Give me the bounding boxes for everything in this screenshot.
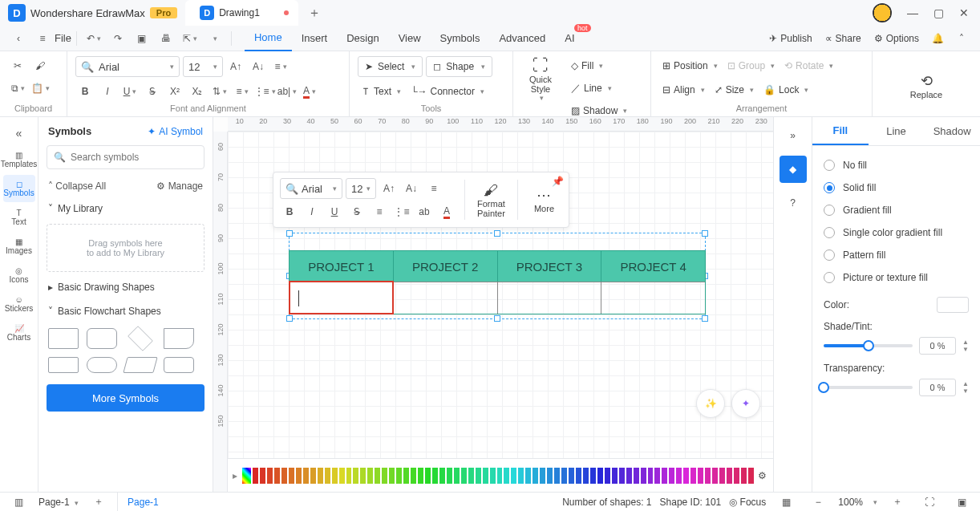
transp-slider[interactable] <box>824 386 913 389</box>
group-dropdown[interactable]: ⊡ Group▾ <box>724 56 778 75</box>
palette-swatch[interactable] <box>389 468 395 484</box>
ft-align[interactable]: ≡ <box>424 179 443 198</box>
palette-swatch[interactable] <box>525 468 531 484</box>
rail-templates[interactable]: ▥Templates <box>3 146 35 173</box>
options-dropdown[interactable]: ▾ <box>205 30 223 47</box>
palette-swatch[interactable] <box>676 468 682 484</box>
my-library-dropzone[interactable]: Drag symbols hereto add to My Library <box>47 224 205 272</box>
tab-shadow[interactable]: Shadow <box>924 117 980 145</box>
palette-swatch[interactable] <box>332 468 338 484</box>
transp-up[interactable]: ▲ <box>962 380 969 387</box>
fill-single-gradient[interactable]: Single color gradient fill <box>824 221 969 244</box>
options-button[interactable]: ⚙Options <box>874 33 919 44</box>
focus-button[interactable]: ◎ Focus <box>729 497 766 508</box>
palette-swatch[interactable] <box>267 468 273 484</box>
sel-handle-sw[interactable] <box>286 315 293 322</box>
table-header-cell[interactable]: PROJECT 4 <box>601 251 705 282</box>
palette-swatch[interactable] <box>360 468 366 484</box>
document-tab[interactable]: D Drawing1 <box>185 0 298 26</box>
strike-button[interactable]: S̶ <box>143 82 162 101</box>
palette-swatch[interactable] <box>597 468 603 484</box>
palette-swatch[interactable] <box>346 468 352 484</box>
shape-tool[interactable]: ◻ Shape▾ <box>426 56 492 77</box>
palette-swatch[interactable] <box>260 468 265 484</box>
transp-down[interactable]: ▼ <box>962 387 969 395</box>
palette-swatch[interactable] <box>396 468 402 484</box>
text-tool[interactable]: Ｔ Text▾ <box>358 82 404 101</box>
ai-assist-button[interactable]: ✦ <box>731 389 760 418</box>
fill-solid[interactable]: Solid fill <box>824 176 969 199</box>
shape-diamond[interactable] <box>128 326 153 351</box>
ft-underline[interactable]: U <box>325 202 344 221</box>
palette-toggle[interactable]: ▸ <box>233 470 237 481</box>
rail-text[interactable]: TText <box>3 204 35 231</box>
palette-swatch[interactable] <box>612 468 618 484</box>
sel-handle-n[interactable] <box>494 230 500 237</box>
select-tool[interactable]: ➤ Select▾ <box>358 56 423 77</box>
share-button[interactable]: ∝Share <box>825 33 861 44</box>
rail-symbols[interactable]: ◻Symbols <box>3 175 35 202</box>
replace-button[interactable]: ⟲Replace <box>902 72 950 99</box>
font-color-button[interactable]: A▾ <box>300 82 319 101</box>
rail-images[interactable]: ▦Images <box>3 233 35 260</box>
tab-symbols[interactable]: Symbols <box>431 26 490 51</box>
palette-swatch[interactable] <box>662 468 667 484</box>
palette-swatch[interactable] <box>375 468 380 484</box>
sel-handle-ne[interactable] <box>702 230 708 237</box>
position-dropdown[interactable]: ⊞ Position▾ <box>659 56 721 75</box>
align-menu[interactable]: ≡▾ <box>271 57 290 76</box>
palette-swatch[interactable] <box>281 468 287 484</box>
shape-rect2[interactable] <box>48 357 79 373</box>
palette-swatch[interactable] <box>590 468 596 484</box>
palette-swatch[interactable] <box>439 468 445 484</box>
rail-fill-icon[interactable]: ◆ <box>780 156 807 183</box>
tab-fill[interactable]: Fill <box>812 117 869 145</box>
shape-parallel[interactable] <box>123 357 157 373</box>
quick-style-button[interactable]: ⛶Quick Style▾ <box>521 56 560 102</box>
palette-swatch[interactable] <box>310 468 316 484</box>
lock-dropdown[interactable]: 🔒 Lock▾ <box>760 80 812 99</box>
redo-button[interactable]: ↷ <box>109 30 127 47</box>
palette-swatch[interactable] <box>274 468 280 484</box>
palette-swatch[interactable] <box>468 468 474 484</box>
palette-swatch[interactable] <box>690 468 696 484</box>
search-input[interactable] <box>71 152 197 163</box>
rail-expand[interactable]: » <box>780 122 807 149</box>
table-cell[interactable] <box>498 282 602 314</box>
palette-swatch[interactable] <box>569 468 574 484</box>
palette-swatch[interactable] <box>619 468 625 484</box>
ft-inc-font[interactable]: A↑ <box>379 179 399 198</box>
line-spacing-button[interactable]: ⇅▾ <box>210 82 229 101</box>
size-dropdown[interactable]: ⤢ Size▾ <box>711 80 757 99</box>
rail-icons[interactable]: ◎Icons <box>3 262 35 289</box>
font-size-select[interactable]: 12▾ <box>183 56 223 77</box>
palette-swatch[interactable] <box>683 468 689 484</box>
rotate-dropdown[interactable]: ⟲ Rotate▾ <box>781 56 836 75</box>
palette-swatch[interactable] <box>476 468 481 484</box>
fullscreen[interactable]: ▣ <box>953 493 970 511</box>
palette-swatch[interactable] <box>741 468 747 484</box>
palette-swatch[interactable] <box>367 468 373 484</box>
palette-swatch[interactable] <box>712 468 718 484</box>
table-cell[interactable] <box>394 282 498 314</box>
more-symbols-button[interactable]: More Symbols <box>47 384 205 412</box>
ft-case[interactable]: ab <box>415 202 434 221</box>
table-header-cell[interactable]: PROJECT 2 <box>394 251 498 282</box>
export-button[interactable]: ⇱▾ <box>181 30 199 47</box>
ft-italic[interactable]: I <box>302 202 322 221</box>
shade-slider[interactable] <box>824 344 913 347</box>
transp-value[interactable]: 0 % <box>919 379 956 396</box>
palette-swatch[interactable] <box>303 468 309 484</box>
zoom-out[interactable]: − <box>809 493 827 511</box>
fill-dropdown[interactable]: ◇ Fill▾ <box>568 56 630 75</box>
number-list-button[interactable]: ≡▾ <box>233 82 252 101</box>
ai-symbol-button[interactable]: ✦AI Symbol <box>148 126 203 137</box>
palette-swatch[interactable] <box>296 468 302 484</box>
palette-swatch[interactable] <box>554 468 560 484</box>
shape-db[interactable] <box>164 357 194 373</box>
back-button[interactable]: ‹ <box>10 30 27 47</box>
shade-up[interactable]: ▲ <box>962 339 969 346</box>
manage-button[interactable]: ⚙ Manage <box>156 180 203 192</box>
shape-round-rect[interactable] <box>87 328 117 349</box>
symbol-search[interactable]: 🔍 <box>47 145 205 169</box>
